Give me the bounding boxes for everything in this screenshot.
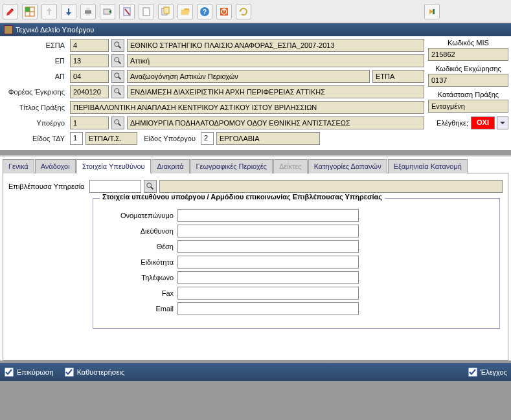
name-input[interactable] <box>177 209 359 222</box>
epivlepousa-lookup[interactable] <box>144 180 157 193</box>
tab-anadoxoi[interactable]: Ανάδοχοι <box>35 159 76 173</box>
spec-input[interactable] <box>177 256 359 269</box>
svg-line-21 <box>119 61 121 64</box>
espa-desc: ΕΘΝΙΚΟ ΣΤΡΑΤΗΓΙΚΟ ΠΛΑΙΣΙΟ ΑΝΑΦΟΡΑΣ_ΕΣΠΑ_… <box>127 39 424 52</box>
page-icon[interactable] <box>139 4 154 19</box>
tab-deiktes[interactable]: Δείκτες <box>273 159 308 173</box>
epivlepousa-label: Επιβλέπουσα Υπηρεσία <box>8 182 87 190</box>
grid-icon[interactable] <box>22 4 38 19</box>
bottom-bar: Επικύρωση Καθυστερήσεις Έλεγχος <box>0 363 511 381</box>
email-input[interactable] <box>177 302 359 315</box>
pos-label: Θέση <box>100 243 177 250</box>
foreas-lookup[interactable] <box>111 85 124 98</box>
eidos-tdy-label: Είδος ΤΔΥ <box>3 135 67 142</box>
svg-line-23 <box>119 77 121 80</box>
ap-lookup[interactable] <box>111 70 124 83</box>
export-icon[interactable] <box>100 4 115 19</box>
svg-rect-17 <box>433 9 435 14</box>
tab-general[interactable]: Γενικά <box>3 159 34 173</box>
fieldset-title: Στοιχεία υπευθύνου υποέργου / Αρμόδιου ε… <box>100 193 385 201</box>
mis-value: 215862 <box>428 48 508 61</box>
check-button[interactable]: Έλεγχος <box>468 367 507 377</box>
tab-panel-stoixeia: Επιβλέπουσα Υπηρεσία Στοιχεία υπευθύνου … <box>3 173 508 360</box>
eidos-yp-code[interactable]: 2 <box>201 132 214 145</box>
fax-input[interactable] <box>177 287 359 300</box>
espa-label: ΕΣΠΑ <box>3 41 67 49</box>
svg-point-26 <box>115 120 119 124</box>
delays-button[interactable]: Καθυστερήσεις <box>64 367 125 377</box>
svg-rect-4 <box>85 10 91 14</box>
svg-point-22 <box>115 73 119 78</box>
svg-line-27 <box>119 124 121 126</box>
fax-label: Fax <box>100 289 177 297</box>
ap-code: 04 <box>70 70 109 83</box>
svg-point-28 <box>147 183 152 188</box>
note-icon[interactable] <box>119 4 135 19</box>
eidos-tdy-desc: ΕΤΠΑ/Τ.Σ. <box>85 132 137 145</box>
pos-input[interactable] <box>177 240 359 253</box>
svg-line-25 <box>119 93 121 95</box>
power-icon[interactable] <box>216 4 232 19</box>
tel-input[interactable] <box>177 271 359 284</box>
tab-dapanes[interactable]: Κατηγορίες Δαπανών <box>308 159 387 173</box>
svg-text:?: ? <box>203 8 207 16</box>
svg-rect-11 <box>164 7 169 14</box>
ypoergo-desc: ΔΗΜΙΟΥΡΓΙΑ ΠΟΔΗΛΑΤΟΔΡΟΜΟΥ ΟΔΟΥ ΕΘΝΙΚΗΣ Α… <box>127 116 424 129</box>
hint-icon[interactable] <box>424 4 440 19</box>
eidos-yp-label: Είδος Υποέργου <box>140 135 198 142</box>
download-icon[interactable] <box>61 4 76 19</box>
epivlepousa-code[interactable] <box>89 180 141 193</box>
addr-input[interactable] <box>177 225 359 238</box>
validate-label: Επικύρωση <box>17 368 54 376</box>
ap-fund: ΕΤΠΑ <box>372 70 424 83</box>
ypoergo-lookup[interactable] <box>111 116 124 129</box>
svg-line-29 <box>151 187 153 190</box>
refresh-icon[interactable] <box>236 4 251 19</box>
eidos-yp-desc: ΕΡΓΟΛΑΒΙΑ <box>216 132 320 145</box>
tab-stoixeia[interactable]: Στοιχεία Υπευθύνου <box>76 159 151 173</box>
print-icon[interactable] <box>80 4 96 19</box>
page-copy-icon[interactable] <box>158 4 174 19</box>
folder-open-icon[interactable] <box>177 4 193 19</box>
title-value: ΠΕΡΙΒΑΛΛΟΝΤΙΚΗ ΑΝΑΠΛΑΣΗ ΚΕΝΤΡΙΚΟΥ ΑΣΤΙΚΟ… <box>70 101 424 114</box>
delays-label: Καθυστερήσεις <box>77 368 125 376</box>
foreas-code: 2040120 <box>70 85 109 98</box>
responsible-fieldset: Στοιχεία υπευθύνου υποέργου / Αρμόδιου ε… <box>93 198 500 329</box>
ypoergo-label: Υποέργο <box>3 119 67 127</box>
email-label: Email <box>100 305 177 313</box>
svg-point-18 <box>115 42 119 47</box>
ap-label: ΑΠ <box>3 72 67 80</box>
checked-label: Ελέγθηκε; <box>437 119 468 127</box>
main-toolbar: ? <box>0 0 511 23</box>
addr-label: Διεύθυνση <box>100 227 177 235</box>
ep-code: 13 <box>70 54 109 67</box>
checked-dropdown[interactable] <box>497 116 508 129</box>
pencil-red-icon[interactable] <box>3 4 18 19</box>
ekx-value: 0137 <box>428 74 508 87</box>
espa-lookup[interactable] <box>111 39 124 52</box>
ep-lookup[interactable] <box>111 54 124 67</box>
ekx-label: Κωδικός Εκχώρησης <box>428 65 508 72</box>
ep-label: ΕΠ <box>3 57 67 65</box>
eidos-tdy-code[interactable]: 1 <box>70 132 83 145</box>
mis-label: Κωδικός MIS <box>428 39 508 47</box>
foreas-label: Φορέας Έγκρισης <box>3 88 67 96</box>
tab-geo[interactable]: Γεωγραφικές Περιοχές <box>190 159 273 173</box>
upload-icon[interactable] <box>41 4 57 19</box>
help-icon[interactable]: ? <box>197 4 212 19</box>
status-label: Κατάσταση Πράξης <box>428 91 508 98</box>
svg-rect-6 <box>86 14 90 16</box>
foreas-desc: ΕΝΔΙΑΜΕΣΗ ΔΙΑΧΕΙΡΙΣΤΙΚΗ ΑΡΧΗ ΠΕΡΙΦΕΡΕΙΑΣ… <box>127 85 424 98</box>
tab-examin[interactable]: Εξαμηνιαία Κατανομή <box>388 159 468 173</box>
validate-button[interactable]: Επικύρωση <box>4 367 54 377</box>
check-label: Έλεγχος <box>481 368 507 376</box>
status-value: Ενταγμένη <box>428 100 508 113</box>
svg-point-20 <box>115 58 119 62</box>
tab-diakrita[interactable]: Διακριτά <box>152 159 190 173</box>
espa-code: 4 <box>70 39 109 52</box>
ypoergo-code: 1 <box>70 116 109 129</box>
name-label: Ονοματεπώνυμο <box>100 212 177 219</box>
ep-desc: Αττική <box>127 54 424 67</box>
window-title-bar: Τεχνικό Δελτίο Υποέργου <box>0 23 511 36</box>
svg-line-19 <box>119 46 121 49</box>
